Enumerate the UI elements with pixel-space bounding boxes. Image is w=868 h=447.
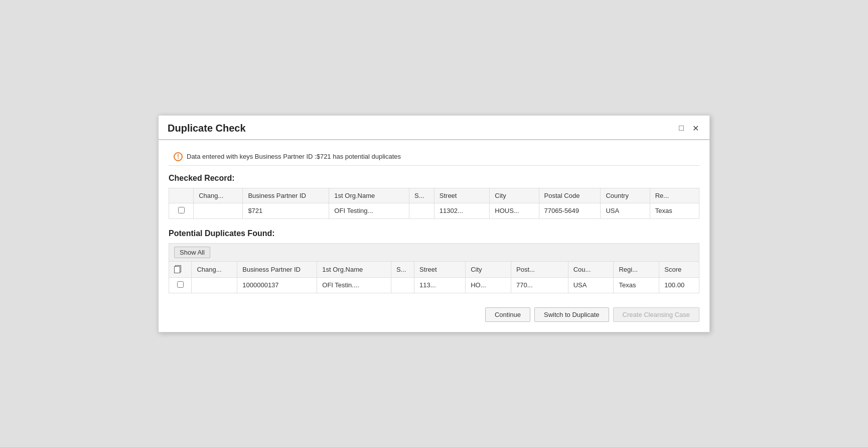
dup-row-change [192,277,237,293]
checked-row-checkbox[interactable] [178,207,185,213]
checked-row-street: 11302... [434,203,490,218]
checked-record-table: Chang... Business Partner ID 1st Org.Nam… [169,188,699,219]
duplicate-row: 1000000137 OFI Testin.... 113... HO... 7… [169,277,699,293]
dup-col-post: Post... [511,261,568,277]
footer-buttons: Continue Switch to Duplicate Create Clea… [169,303,699,322]
dup-col-s: S... [391,261,414,277]
close-icon[interactable]: ✕ [690,123,700,133]
checked-row-city: HOUS... [490,203,539,218]
checked-col-street: Street [434,188,490,203]
checked-record-row: $721 OFI Testing... 11302... HOUS... 770… [169,203,699,218]
checked-col-country: Country [601,188,650,203]
checked-col-postal: Postal Code [539,188,601,203]
warning-icon: ! [174,152,183,161]
potential-duplicates-title: Potential Duplicates Found: [169,229,699,238]
checked-col-bpid: Business Partner ID [243,188,329,203]
dup-col-change: Chang... [192,261,237,277]
copy-icon [174,265,181,272]
dup-row-checkbox[interactable] [177,281,184,288]
checked-col-city: City [490,188,539,203]
checked-row-bpid: $721 [243,203,329,218]
dup-row-bpid: 1000000137 [237,277,317,293]
duplicates-table: Chang... Business Partner ID 1st Org.Nam… [169,261,699,293]
dup-col-icon [169,261,192,277]
checked-row-region: Texas [650,203,699,218]
checked-row-select[interactable] [169,203,194,218]
continue-button[interactable]: Continue [485,307,530,322]
minimize-icon[interactable]: □ [676,123,686,133]
dup-row-s [391,277,414,293]
duplicates-header-row: Chang... Business Partner ID 1st Org.Nam… [169,261,699,277]
warning-bar: ! Data entered with keys Business Partne… [169,148,699,166]
dup-col-cou: Cou... [568,261,614,277]
dup-row-street: 113... [414,277,465,293]
warning-text: Data entered with keys Business Partner … [187,153,401,160]
show-all-button[interactable]: Show All [174,247,210,258]
dialog-title: Duplicate Check [168,123,246,134]
dup-row-city: HO... [466,277,511,293]
dup-col-regi: Regi... [614,261,659,277]
checked-row-s [409,203,435,218]
checked-col-s: S... [409,188,435,203]
dup-row-region: Texas [614,277,659,293]
checked-col-orgname: 1st Org.Name [329,188,409,203]
create-cleansing-case-button[interactable]: Create Cleansing Case [613,307,699,322]
checked-col-select [169,188,194,203]
dup-row-select[interactable] [169,277,192,293]
dup-row-score: 100.00 [659,277,699,293]
checked-record-header-row: Chang... Business Partner ID 1st Org.Nam… [169,188,699,203]
checked-row-country: USA [601,203,650,218]
duplicate-check-dialog: Duplicate Check □ ✕ ! Data entered with … [158,115,710,332]
dup-row-country: USA [568,277,614,293]
dup-col-city: City [466,261,511,277]
checked-row-postal: 77065-5649 [539,203,601,218]
dialog-titlebar: Duplicate Check □ ✕ [159,116,709,140]
checked-col-re: Re... [650,188,699,203]
checked-row-orgname: OFI Testing... [329,203,409,218]
switch-to-duplicate-button[interactable]: Switch to Duplicate [534,307,609,322]
dup-col-street: Street [414,261,465,277]
potential-duplicates-section: Potential Duplicates Found: Show All Cha… [169,229,699,293]
dup-col-orgname: 1st Org.Name [317,261,391,277]
checked-record-section: Checked Record: Chang... Business Partne… [169,174,699,219]
checked-row-change [194,203,243,218]
dup-col-score: Score [659,261,699,277]
dup-row-postal: 770... [511,277,568,293]
checked-col-change: Chang... [194,188,243,203]
checked-record-title: Checked Record: [169,174,699,183]
duplicates-toolbar: Show All [169,243,699,261]
titlebar-icons: □ ✕ [676,123,700,133]
dup-row-orgname: OFI Testin.... [317,277,391,293]
dialog-body: ! Data entered with keys Business Partne… [159,140,709,332]
dup-col-bpid: Business Partner ID [237,261,317,277]
